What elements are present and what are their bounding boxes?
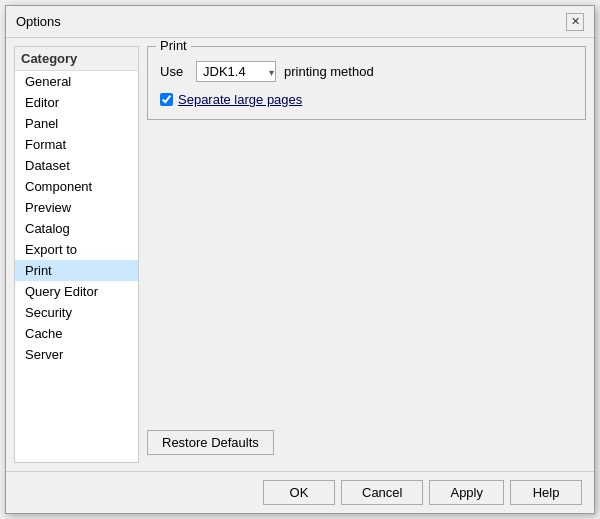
sidebar-item-editor[interactable]: Editor	[15, 92, 138, 113]
apply-button[interactable]: Apply	[429, 480, 504, 505]
sidebar-item-security[interactable]: Security	[15, 302, 138, 323]
cancel-button[interactable]: Cancel	[341, 480, 423, 505]
section-legend: Print	[156, 38, 191, 53]
sidebar-item-query-editor[interactable]: Query Editor	[15, 281, 138, 302]
sidebar-item-preview[interactable]: Preview	[15, 197, 138, 218]
sidebar-item-component[interactable]: Component	[15, 176, 138, 197]
dialog-title: Options	[16, 14, 61, 29]
restore-defaults-button[interactable]: Restore Defaults	[147, 430, 274, 455]
separate-large-pages-checkbox[interactable]	[160, 93, 173, 106]
sidebar-item-export-to[interactable]: Export to	[15, 239, 138, 260]
sidebar-item-format[interactable]: Format	[15, 134, 138, 155]
jdk-dropdown-container: JDK1.4JDK1.5JDK1.6 ▾	[196, 61, 276, 82]
print-section: Print Use JDK1.4JDK1.5JDK1.6 ▾ printing …	[147, 46, 586, 120]
close-button[interactable]: ✕	[566, 13, 584, 31]
separate-large-pages-label[interactable]: Separate large pages	[178, 92, 302, 107]
sidebar-category-label: Category	[15, 47, 138, 71]
sidebar: Category GeneralEditorPanelFormatDataset…	[14, 46, 139, 463]
sidebar-item-print[interactable]: Print	[15, 260, 138, 281]
bottom-area: Restore Defaults	[147, 130, 586, 463]
main-content-inner: Print Use JDK1.4JDK1.5JDK1.6 ▾ printing …	[147, 46, 586, 463]
sidebar-item-general[interactable]: General	[15, 71, 138, 92]
sidebar-item-server[interactable]: Server	[15, 344, 138, 365]
dialog-footer: OK Cancel Apply Help	[6, 471, 594, 513]
use-row: Use JDK1.4JDK1.5JDK1.6 ▾ printing method	[160, 61, 573, 82]
sidebar-item-dataset[interactable]: Dataset	[15, 155, 138, 176]
jdk-dropdown[interactable]: JDK1.4JDK1.5JDK1.6	[196, 61, 276, 82]
sidebar-item-panel[interactable]: Panel	[15, 113, 138, 134]
sidebar-item-catalog[interactable]: Catalog	[15, 218, 138, 239]
dialog-body: Category GeneralEditorPanelFormatDataset…	[6, 38, 594, 471]
sidebar-item-cache[interactable]: Cache	[15, 323, 138, 344]
use-label: Use	[160, 64, 188, 79]
options-dialog: Options ✕ Category GeneralEditorPanelFor…	[5, 5, 595, 514]
separate-large-pages-row: Separate large pages	[160, 92, 573, 107]
main-content: Print Use JDK1.4JDK1.5JDK1.6 ▾ printing …	[147, 46, 586, 463]
printing-method-label: printing method	[284, 64, 374, 79]
title-bar: Options ✕	[6, 6, 594, 38]
ok-button[interactable]: OK	[263, 480, 335, 505]
help-button[interactable]: Help	[510, 480, 582, 505]
